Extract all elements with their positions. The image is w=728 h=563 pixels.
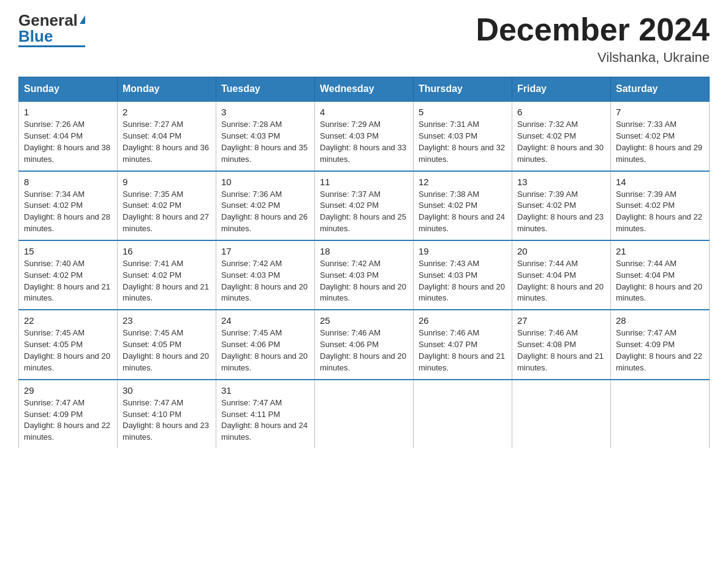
calendar-cell: 21 Sunrise: 7:44 AMSunset: 4:04 PMDaylig… xyxy=(611,240,710,310)
calendar-cell xyxy=(611,380,710,448)
day-info: Sunrise: 7:29 AMSunset: 4:03 PMDaylight:… xyxy=(320,119,408,165)
day-number: 9 xyxy=(123,177,211,187)
day-info: Sunrise: 7:47 AMSunset: 4:11 PMDaylight:… xyxy=(221,397,309,443)
calendar-cell: 8 Sunrise: 7:34 AMSunset: 4:02 PMDayligh… xyxy=(19,171,118,240)
day-number: 14 xyxy=(616,177,704,187)
day-number: 15 xyxy=(24,246,112,256)
day-number: 25 xyxy=(320,315,408,326)
calendar-cell: 22 Sunrise: 7:45 AMSunset: 4:05 PMDaylig… xyxy=(19,310,118,379)
day-info: Sunrise: 7:47 AMSunset: 4:09 PMDaylight:… xyxy=(616,327,704,373)
calendar-cell: 23 Sunrise: 7:45 AMSunset: 4:05 PMDaylig… xyxy=(118,310,216,379)
calendar-cell: 11 Sunrise: 7:37 AMSunset: 4:02 PMDaylig… xyxy=(315,171,414,240)
calendar-cell: 7 Sunrise: 7:33 AMSunset: 4:02 PMDayligh… xyxy=(611,101,710,170)
week-row-3: 15 Sunrise: 7:40 AMSunset: 4:02 PMDaylig… xyxy=(19,240,710,310)
day-info: Sunrise: 7:46 AMSunset: 4:08 PMDaylight:… xyxy=(517,327,605,373)
day-info: Sunrise: 7:46 AMSunset: 4:06 PMDaylight:… xyxy=(320,327,408,373)
day-info: Sunrise: 7:31 AMSunset: 4:03 PMDaylight:… xyxy=(419,119,507,165)
day-number: 6 xyxy=(517,107,605,117)
title-block: December 2024 Vilshanka, Ukraine xyxy=(476,12,710,66)
calendar-cell xyxy=(315,380,414,448)
day-number: 5 xyxy=(419,107,507,117)
logo-blue-text: Blue xyxy=(18,28,53,44)
col-wednesday: Wednesday xyxy=(315,77,414,102)
col-monday: Monday xyxy=(118,77,216,102)
week-row-1: 1 Sunrise: 7:26 AMSunset: 4:04 PMDayligh… xyxy=(19,101,710,170)
calendar-cell: 4 Sunrise: 7:29 AMSunset: 4:03 PMDayligh… xyxy=(315,101,414,170)
col-thursday: Thursday xyxy=(414,77,512,102)
day-number: 10 xyxy=(221,177,309,187)
day-number: 24 xyxy=(221,315,309,326)
day-number: 26 xyxy=(419,315,507,326)
day-number: 19 xyxy=(419,246,507,256)
day-number: 12 xyxy=(419,177,507,187)
day-info: Sunrise: 7:37 AMSunset: 4:02 PMDaylight:… xyxy=(320,189,408,235)
col-saturday: Saturday xyxy=(611,77,710,102)
day-info: Sunrise: 7:40 AMSunset: 4:02 PMDaylight:… xyxy=(24,258,112,304)
col-friday: Friday xyxy=(512,77,611,102)
calendar-cell: 24 Sunrise: 7:45 AMSunset: 4:06 PMDaylig… xyxy=(216,310,315,379)
day-number: 29 xyxy=(24,385,112,396)
day-info: Sunrise: 7:44 AMSunset: 4:04 PMDaylight:… xyxy=(517,258,605,304)
day-info: Sunrise: 7:28 AMSunset: 4:03 PMDaylight:… xyxy=(221,119,309,165)
day-number: 16 xyxy=(123,246,211,256)
calendar-cell: 25 Sunrise: 7:46 AMSunset: 4:06 PMDaylig… xyxy=(315,310,414,379)
col-tuesday: Tuesday xyxy=(216,77,315,102)
day-number: 27 xyxy=(517,315,605,326)
logo: General Blue xyxy=(18,12,85,47)
day-info: Sunrise: 7:38 AMSunset: 4:02 PMDaylight:… xyxy=(419,189,507,235)
day-info: Sunrise: 7:39 AMSunset: 4:02 PMDaylight:… xyxy=(616,189,704,235)
day-number: 17 xyxy=(221,246,309,256)
day-info: Sunrise: 7:33 AMSunset: 4:02 PMDaylight:… xyxy=(616,119,704,165)
day-info: Sunrise: 7:47 AMSunset: 4:10 PMDaylight:… xyxy=(123,397,211,443)
day-info: Sunrise: 7:26 AMSunset: 4:04 PMDaylight:… xyxy=(24,119,112,165)
calendar-cell: 20 Sunrise: 7:44 AMSunset: 4:04 PMDaylig… xyxy=(512,240,611,310)
calendar-cell: 15 Sunrise: 7:40 AMSunset: 4:02 PMDaylig… xyxy=(19,240,118,310)
day-info: Sunrise: 7:35 AMSunset: 4:02 PMDaylight:… xyxy=(123,189,211,235)
day-info: Sunrise: 7:41 AMSunset: 4:02 PMDaylight:… xyxy=(123,258,211,304)
day-number: 7 xyxy=(616,107,704,117)
day-number: 4 xyxy=(320,107,408,117)
day-number: 1 xyxy=(24,107,112,117)
col-sunday: Sunday xyxy=(19,77,118,102)
week-row-2: 8 Sunrise: 7:34 AMSunset: 4:02 PMDayligh… xyxy=(19,171,710,240)
calendar-cell: 2 Sunrise: 7:27 AMSunset: 4:04 PMDayligh… xyxy=(118,101,216,170)
calendar-cell: 18 Sunrise: 7:42 AMSunset: 4:03 PMDaylig… xyxy=(315,240,414,310)
day-info: Sunrise: 7:46 AMSunset: 4:07 PMDaylight:… xyxy=(419,327,507,373)
day-number: 28 xyxy=(616,315,704,326)
day-info: Sunrise: 7:45 AMSunset: 4:05 PMDaylight:… xyxy=(24,327,112,373)
calendar-cell: 19 Sunrise: 7:43 AMSunset: 4:03 PMDaylig… xyxy=(414,240,512,310)
day-number: 18 xyxy=(320,246,408,256)
day-info: Sunrise: 7:32 AMSunset: 4:02 PMDaylight:… xyxy=(517,119,605,165)
day-info: Sunrise: 7:27 AMSunset: 4:04 PMDaylight:… xyxy=(123,119,211,165)
calendar-cell: 31 Sunrise: 7:47 AMSunset: 4:11 PMDaylig… xyxy=(216,380,315,448)
calendar-cell: 27 Sunrise: 7:46 AMSunset: 4:08 PMDaylig… xyxy=(512,310,611,379)
calendar-cell: 16 Sunrise: 7:41 AMSunset: 4:02 PMDaylig… xyxy=(118,240,216,310)
location-title: Vilshanka, Ukraine xyxy=(476,50,710,66)
calendar-cell: 17 Sunrise: 7:42 AMSunset: 4:03 PMDaylig… xyxy=(216,240,315,310)
day-info: Sunrise: 7:45 AMSunset: 4:05 PMDaylight:… xyxy=(123,327,211,373)
calendar-cell: 3 Sunrise: 7:28 AMSunset: 4:03 PMDayligh… xyxy=(216,101,315,170)
calendar-cell: 5 Sunrise: 7:31 AMSunset: 4:03 PMDayligh… xyxy=(414,101,512,170)
calendar-cell: 26 Sunrise: 7:46 AMSunset: 4:07 PMDaylig… xyxy=(414,310,512,379)
calendar-cell: 29 Sunrise: 7:47 AMSunset: 4:09 PMDaylig… xyxy=(19,380,118,448)
day-number: 13 xyxy=(517,177,605,187)
day-info: Sunrise: 7:43 AMSunset: 4:03 PMDaylight:… xyxy=(419,258,507,304)
calendar-cell: 13 Sunrise: 7:39 AMSunset: 4:02 PMDaylig… xyxy=(512,171,611,240)
day-number: 11 xyxy=(320,177,408,187)
calendar-cell xyxy=(512,380,611,448)
calendar-cell: 9 Sunrise: 7:35 AMSunset: 4:02 PMDayligh… xyxy=(118,171,216,240)
day-info: Sunrise: 7:34 AMSunset: 4:02 PMDaylight:… xyxy=(24,189,112,235)
month-title: December 2024 xyxy=(476,12,710,47)
calendar-header-row: Sunday Monday Tuesday Wednesday Thursday… xyxy=(19,77,710,102)
week-row-4: 22 Sunrise: 7:45 AMSunset: 4:05 PMDaylig… xyxy=(19,310,710,379)
day-info: Sunrise: 7:45 AMSunset: 4:06 PMDaylight:… xyxy=(221,327,309,373)
calendar-cell: 10 Sunrise: 7:36 AMSunset: 4:02 PMDaylig… xyxy=(216,171,315,240)
calendar-cell: 6 Sunrise: 7:32 AMSunset: 4:02 PMDayligh… xyxy=(512,101,611,170)
day-info: Sunrise: 7:39 AMSunset: 4:02 PMDaylight:… xyxy=(517,189,605,235)
day-number: 3 xyxy=(221,107,309,117)
day-number: 22 xyxy=(24,315,112,326)
day-number: 23 xyxy=(123,315,211,326)
day-number: 8 xyxy=(24,177,112,187)
calendar-cell: 12 Sunrise: 7:38 AMSunset: 4:02 PMDaylig… xyxy=(414,171,512,240)
calendar-cell xyxy=(414,380,512,448)
